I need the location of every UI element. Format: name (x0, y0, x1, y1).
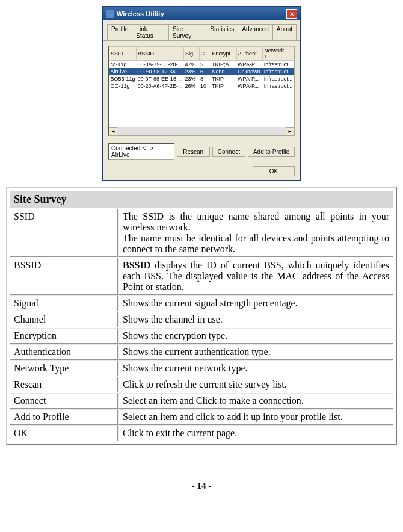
desc-definition: Shows the current authentication type. (118, 344, 393, 360)
desc-term: Signal (10, 295, 118, 311)
cell-ssid: cc-11g (109, 61, 137, 69)
cell-ssid: AirLive (109, 68, 137, 75)
desc-definition: Select an item and Click to make a conne… (118, 393, 393, 409)
cell-enc: TKIP;A... (211, 61, 236, 69)
desc-row: SignalShows the current signal strength … (10, 295, 393, 311)
col-enc[interactable]: Encrypt... (211, 47, 236, 61)
col-ch[interactable]: C... (199, 47, 211, 61)
cell-sig: 23% (184, 75, 200, 82)
cell-bssid: 00-0F-66-EE-16-... (137, 75, 184, 82)
scroll-right-icon[interactable]: ► (286, 127, 294, 135)
col-auth[interactable]: Authent... (236, 47, 263, 61)
description-table: Site Survey SSIDThe SSID is the unique n… (9, 190, 394, 442)
desc-term: Connect (10, 393, 118, 409)
cell-auth: WPA-P... (236, 61, 263, 69)
tab-advanced[interactable]: Advanced (238, 24, 272, 40)
tab-profile[interactable]: Profile (107, 24, 132, 40)
desc-definition: BSSID displays the ID of current BSS, wh… (118, 258, 393, 295)
cell-ch: 10 (199, 82, 211, 90)
close-icon[interactable]: ✕ (286, 9, 297, 19)
cell-ch: 5 (199, 61, 211, 69)
cell-auth: WPA-P... (236, 75, 263, 82)
desc-definition: The SSID is the unique name shared among… (118, 209, 393, 257)
cell-nt: Infrastruct... (263, 82, 294, 90)
desc-term: Rescan (10, 377, 118, 392)
tab-about[interactable]: About (272, 24, 297, 40)
page-number: - 14 - (6, 481, 397, 491)
desc-definition: Shows the current signal strength percen… (118, 295, 393, 311)
desc-row: SSIDThe SSID is the unique name shared a… (10, 209, 393, 257)
desc-term: OK (10, 425, 118, 441)
desc-definition: Shows the channel in use. (118, 312, 393, 327)
cell-sig: 23% (184, 68, 200, 75)
table-row[interactable]: AirLive00-E0-98-12-34-...23%6NoneUnknown… (109, 68, 294, 75)
app-icon (106, 10, 114, 18)
description-table-wrap: Site Survey SSIDThe SSID is the unique n… (6, 187, 397, 445)
desc-row: BSSIDBSSID displays the ID of current BS… (10, 258, 393, 295)
col-bssid[interactable]: BSSID (137, 47, 184, 61)
desc-definition: Click to refresh the current site survey… (118, 377, 393, 392)
cell-enc: TKIP (211, 75, 236, 82)
cell-nt: Infrastruct... (263, 75, 294, 82)
desc-row: OKClick to exit the current page. (10, 425, 393, 441)
section-title: Site Survey (10, 191, 393, 208)
cell-ch: 8 (199, 75, 211, 82)
cell-bssid: 00-E0-98-12-34-... (137, 68, 184, 75)
tab-site-survey[interactable]: Site Survey (168, 24, 206, 40)
desc-term: SSID (10, 209, 118, 257)
cell-auth: WPA-P... (236, 82, 263, 90)
table-row[interactable]: BO55-11g00-0F-66-EE-16-...23%8TKIPWPA-P.… (109, 75, 294, 82)
desc-row: RescanClick to refresh the current site … (10, 377, 393, 392)
desc-row: ChannelShows the channel in use. (10, 312, 393, 327)
desc-term: Network Type (10, 360, 118, 376)
desc-row: Add to ProfileSelect an item and click t… (10, 409, 393, 425)
cell-ssid: BO55-11g (109, 75, 137, 82)
desc-row: ConnectSelect an item and Click to make … (10, 393, 393, 409)
connect-button[interactable]: Connect (212, 147, 245, 157)
ok-button[interactable]: OK (253, 166, 295, 176)
cell-ch: 6 (199, 68, 211, 75)
cell-nt: Infrastruct... (263, 68, 294, 75)
desc-term: Encryption (10, 328, 118, 344)
cell-ssid: OO-11g (109, 82, 137, 90)
desc-definition: Shows the encryption type. (118, 328, 393, 344)
scroll-left-icon[interactable]: ◄ (109, 127, 117, 135)
desc-term: BSSID (10, 258, 118, 295)
rescan-button[interactable]: Rescan (177, 147, 210, 157)
add-to-profile-button[interactable]: Add to Profile (248, 147, 295, 157)
cell-bssid: 00-20-A6-4F-2E-... (137, 82, 184, 90)
button-row: Connected <--> AirLive Rescan Connect Ad… (103, 141, 300, 162)
col-ssid[interactable]: SSID (109, 47, 137, 61)
desc-definition: Select an item and click to add it up in… (118, 409, 393, 425)
tab-strip: Profile Link Status Site Survey Statisti… (103, 20, 300, 41)
connection-status: Connected <--> AirLive (108, 143, 174, 160)
desc-row: EncryptionShows the encryption type. (10, 328, 393, 344)
wireless-utility-window: Wireless Utility ✕ Profile Link Status S… (102, 6, 301, 181)
network-list[interactable]: SSID BSSID Sig... C... Encrypt... Authen… (108, 46, 295, 136)
cell-sig: 47% (184, 61, 200, 69)
desc-definition: Click to exit the current page. (118, 425, 393, 441)
desc-term: Authentication (10, 344, 118, 360)
tab-statistics[interactable]: Statistics (206, 24, 238, 40)
table-row[interactable]: OO-11g00-20-A6-4F-2E-...26%10TKIPWPA-P..… (109, 82, 294, 90)
desc-definition: Shows the current network type. (118, 360, 393, 376)
desc-row: AuthenticationShows the current authenti… (10, 344, 393, 360)
desc-row: Network TypeShows the current network ty… (10, 360, 393, 376)
horizontal-scrollbar[interactable]: ◄ ► (109, 127, 294, 135)
col-nt[interactable]: Network T... (263, 47, 294, 61)
cell-enc: TKIP (211, 82, 236, 90)
cell-enc: None (211, 68, 236, 75)
titlebar: Wireless Utility ✕ (103, 7, 300, 20)
table-row[interactable]: cc-11g00-0A-79-6E-20-...47%5TKIP;A...WPA… (109, 61, 294, 69)
tab-link-status[interactable]: Link Status (132, 24, 169, 40)
cell-auth: Unknown (236, 68, 263, 75)
desc-term: Channel (10, 312, 118, 327)
col-sig[interactable]: Sig... (184, 47, 200, 61)
window-title: Wireless Utility (117, 10, 286, 17)
desc-term: Add to Profile (10, 409, 118, 425)
cell-sig: 26% (184, 82, 200, 90)
cell-nt: Infrastruct... (263, 61, 294, 69)
dialog-buttons: OK (103, 162, 300, 180)
cell-bssid: 00-0A-79-6E-20-... (137, 61, 184, 69)
